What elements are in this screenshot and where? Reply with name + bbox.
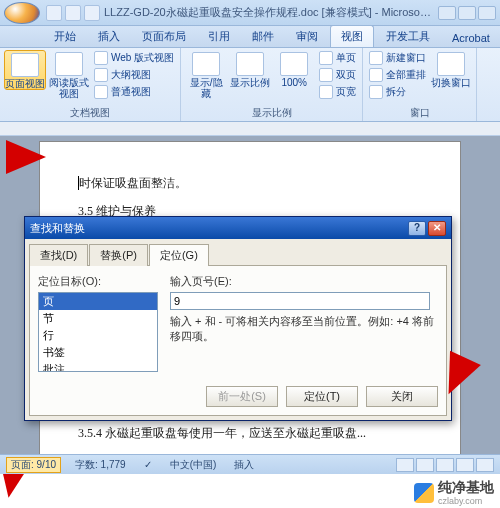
ruler (0, 122, 500, 136)
goto-button[interactable]: 定位(T) (286, 386, 358, 407)
dialog-titlebar[interactable]: 查找和替换 ? ✕ (25, 217, 451, 239)
hundred-icon (280, 52, 308, 76)
group-label: 显示比例 (185, 105, 358, 121)
watermark: 纯净基地 czlaby.com (414, 479, 494, 506)
web-icon (94, 51, 108, 65)
previous-button[interactable]: 前一处(S) (206, 386, 278, 407)
reading-layout-button[interactable]: 阅读版式视图 (48, 50, 90, 99)
doc-line: 时保证吸盘面整洁。 (78, 172, 422, 194)
view-draft-icon[interactable] (476, 458, 494, 472)
page-width-button[interactable]: 页宽 (317, 84, 358, 100)
qat-redo-icon[interactable] (84, 5, 100, 21)
minimize-button[interactable] (438, 6, 456, 20)
outline-icon (94, 68, 108, 82)
close-button[interactable]: 关闭 (366, 386, 438, 407)
tab-references[interactable]: 引用 (198, 26, 240, 47)
close-button[interactable] (478, 6, 496, 20)
tab-mailings[interactable]: 邮件 (242, 26, 284, 47)
qat-undo-icon[interactable] (65, 5, 81, 21)
watermark-logo-icon (414, 483, 434, 503)
outline-button[interactable]: 大纲视图 (92, 67, 176, 83)
group-label: 窗口 (367, 105, 472, 121)
dialog-tab-find[interactable]: 查找(D) (29, 244, 88, 266)
page-number-input[interactable] (170, 292, 430, 310)
office-button[interactable] (4, 2, 40, 24)
dialog-tab-goto[interactable]: 定位(G) (149, 244, 209, 266)
status-proof-icon[interactable]: ✓ (140, 459, 156, 470)
annotation-arrow-icon (6, 140, 46, 174)
arrange-icon (369, 68, 383, 82)
twopage-icon (319, 68, 333, 82)
list-item[interactable]: 行 (39, 327, 157, 344)
maximize-button[interactable] (458, 6, 476, 20)
pagewidth-icon (319, 85, 333, 99)
find-replace-dialog: 查找和替换 ? ✕ 查找(D) 替换(P) 定位(G) 定位目标(O): 页 节… (24, 216, 452, 421)
showhide-icon (192, 52, 220, 76)
goto-target-listbox[interactable]: 页 节 行 书签 批注 脚注 (38, 292, 158, 372)
list-item[interactable]: 书签 (39, 344, 157, 361)
two-page-button[interactable]: 双页 (317, 67, 358, 83)
view-reading-icon[interactable] (416, 458, 434, 472)
quick-access-toolbar (46, 5, 100, 21)
goto-target-label: 定位目标(O): (38, 274, 158, 289)
dialog-title: 查找和替换 (30, 221, 406, 236)
dialog-help-button[interactable]: ? (408, 221, 426, 236)
web-layout-button[interactable]: Web 版式视图 (92, 50, 176, 66)
list-item[interactable]: 页 (39, 293, 157, 310)
group-label: 文档视图 (4, 105, 176, 121)
status-page[interactable]: 页面: 9/10 (6, 457, 61, 473)
zoom-100-button[interactable]: 100% (273, 50, 315, 88)
split-button[interactable]: 拆分 (367, 84, 428, 100)
watermark-name: 纯净基地 (438, 479, 494, 495)
status-language[interactable]: 中文(中国) (166, 458, 221, 472)
title-bar: LLZZ-GD-20永磁起重吸盘安全操作规程.doc [兼容模式] - Micr… (0, 0, 500, 26)
draft-button[interactable]: 普通视图 (92, 84, 176, 100)
arrange-all-button[interactable]: 全部重排 (367, 67, 428, 83)
onepage-icon (319, 51, 333, 65)
newwin-icon (369, 51, 383, 65)
view-web-icon[interactable] (436, 458, 454, 472)
tab-insert[interactable]: 插入 (88, 26, 130, 47)
tab-home[interactable]: 开始 (44, 26, 86, 47)
switch-window-button[interactable]: 切换窗口 (430, 50, 472, 88)
new-window-button[interactable]: 新建窗口 (367, 50, 428, 66)
doc-line: 3.5.4 永磁起重吸盘每使用一年，应送至永磁起重吸盘... (78, 422, 422, 444)
dialog-close-button[interactable]: ✕ (428, 221, 446, 236)
print-layout-button[interactable]: 页面视图 (4, 50, 46, 90)
list-item[interactable]: 批注 (39, 361, 157, 372)
goto-hint: 输入 + 和 - 可将相关内容移至当前位置。例如: +4 将前移四项。 (170, 314, 438, 344)
qat-save-icon[interactable] (46, 5, 62, 21)
tab-developer[interactable]: 开发工具 (376, 26, 440, 47)
ribbon: 页面视图 阅读版式视图 Web 版式视图 大纲视图 普通视图 文档视图 显示/隐… (0, 48, 500, 122)
reading-view-icon (55, 52, 83, 76)
ribbon-tabs: 开始 插入 页面布局 引用 邮件 审阅 视图 开发工具 Acrobat (0, 26, 500, 48)
show-hide-button[interactable]: 显示/隐藏 (185, 50, 227, 99)
window-title: LLZZ-GD-20永磁起重吸盘安全操作规程.doc [兼容模式] - Micr… (100, 5, 438, 20)
zoom-icon (236, 52, 264, 76)
tab-acrobat[interactable]: Acrobat (442, 29, 500, 47)
zoom-button[interactable]: 显示比例 (229, 50, 271, 88)
draft-icon (94, 85, 108, 99)
status-mode[interactable]: 插入 (230, 458, 258, 472)
one-page-button[interactable]: 单页 (317, 50, 358, 66)
status-words[interactable]: 字数: 1,779 (71, 458, 130, 472)
view-printlayout-icon[interactable] (396, 458, 414, 472)
list-item[interactable]: 节 (39, 310, 157, 327)
tab-review[interactable]: 审阅 (286, 26, 328, 47)
split-icon (369, 85, 383, 99)
dialog-tab-replace[interactable]: 替换(P) (89, 244, 148, 266)
view-outline-icon[interactable] (456, 458, 474, 472)
watermark-url: czlaby.com (438, 497, 494, 506)
tab-view[interactable]: 视图 (330, 25, 374, 47)
tab-pagelayout[interactable]: 页面布局 (132, 26, 196, 47)
status-bar: 页面: 9/10 字数: 1,779 ✓ 中文(中国) 插入 (0, 454, 500, 474)
page-number-label: 输入页号(E): (170, 274, 438, 289)
switchwin-icon (437, 52, 465, 76)
page-view-icon (11, 53, 39, 77)
